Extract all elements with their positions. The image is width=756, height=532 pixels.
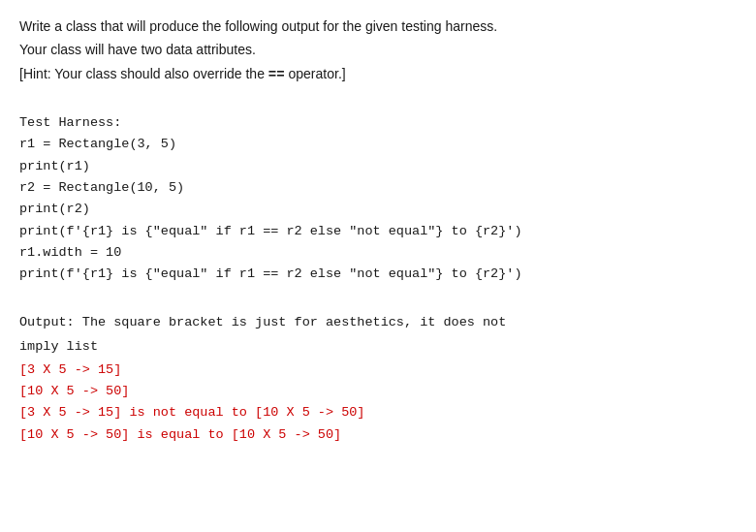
output-label2: imply list <box>19 336 737 358</box>
description-line1: Write a class that will produce the foll… <box>19 16 737 37</box>
output-block: Output: The square bracket is just for a… <box>19 312 737 446</box>
output-line-1: [10 X 5 -> 50] <box>19 381 737 402</box>
code-line-5: r1.width = 10 <box>19 242 737 264</box>
code-line-4: print(f'{r1} is {"equal" if r1 == r2 els… <box>19 221 737 242</box>
output-line-3: [10 X 5 -> 50] is equal to [10 X 5 -> 50… <box>19 424 737 446</box>
code-line-0: r1 = Rectangle(3, 5) <box>19 134 737 155</box>
description-block: Write a class that will produce the foll… <box>19 16 737 85</box>
description-line3: [Hint: Your class should also override t… <box>19 63 737 85</box>
output-label: Output: The square bracket is just for a… <box>19 312 737 333</box>
output-line-2: [3 X 5 -> 15] is not equal to [10 X 5 ->… <box>19 402 737 423</box>
code-line-1: print(r1) <box>19 156 737 177</box>
code-line-6: print(f'{r1} is {"equal" if r1 == r2 els… <box>19 264 737 285</box>
output-line-0: [3 X 5 -> 15] <box>19 360 737 381</box>
code-line-2: r2 = Rectangle(10, 5) <box>19 177 737 199</box>
code-line-3: print(r2) <box>19 199 737 220</box>
operator-hint: == <box>268 67 285 82</box>
test-harness-block: Test Harness: r1 = Rectangle(3, 5) print… <box>19 112 737 285</box>
test-harness-label: Test Harness: <box>19 112 737 134</box>
description-line2: Your class will have two data attributes… <box>19 39 737 60</box>
